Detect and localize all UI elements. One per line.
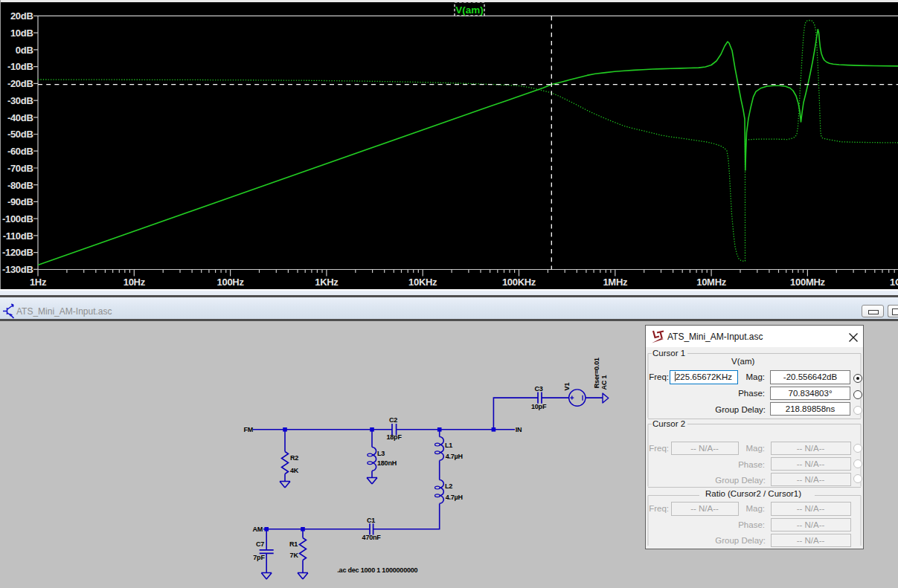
svg-text:-80dB: -80dB (7, 180, 33, 191)
svg-text:20dB: 20dB (10, 10, 33, 22)
svg-text:180nH: 180nH (377, 459, 397, 467)
svg-text:10pF: 10pF (531, 403, 547, 410)
svg-text:4K: 4K (290, 467, 299, 474)
svg-text:100MHz: 100MHz (790, 277, 825, 288)
svg-text:10dB: 10dB (10, 28, 33, 39)
svg-text:AM: AM (252, 526, 263, 533)
svg-text:-100dB: -100dB (2, 213, 33, 224)
svg-text:7pF: 7pF (253, 554, 265, 561)
svg-text:-60dB: -60dB (7, 146, 33, 157)
svg-text:4.7µH: 4.7µH (446, 494, 463, 501)
svg-text:-40dB: -40dB (7, 112, 33, 123)
svg-text:1MHz: 1MHz (603, 277, 628, 288)
svg-text:1GHz: 1GHz (890, 277, 898, 288)
svg-text:AC 1: AC 1 (600, 375, 608, 390)
svg-text:L1: L1 (445, 442, 452, 449)
svg-text:-120dB: -120dB (2, 247, 33, 258)
svg-text:-10dB: -10dB (7, 61, 33, 72)
svg-text:FM: FM (243, 426, 253, 433)
svg-text:18pF: 18pF (387, 433, 403, 441)
svg-text:-110dB: -110dB (3, 230, 33, 242)
svg-text:-90dB: -90dB (7, 196, 33, 207)
svg-text:100Hz: 100Hz (217, 277, 245, 288)
svg-text:4.7µH: 4.7µH (446, 453, 463, 460)
svg-text:470nF: 470nF (362, 534, 382, 541)
svg-text:.ac dec 1000 1 1000000000: .ac dec 1000 1 1000000000 (337, 566, 417, 574)
svg-text:1Hz: 1Hz (30, 277, 47, 288)
svg-text:10Hz: 10Hz (124, 277, 146, 288)
svg-text:7K: 7K (290, 552, 299, 559)
svg-text:L2: L2 (445, 482, 452, 490)
svg-text:R1: R1 (289, 540, 298, 548)
svg-text:0dB: 0dB (16, 45, 33, 56)
svg-text:-20dB: -20dB (7, 78, 33, 89)
svg-text:IN: IN (516, 426, 522, 433)
svg-text:-70dB: -70dB (7, 163, 33, 174)
svg-text:R2: R2 (290, 454, 298, 462)
svg-text:V1: V1 (563, 383, 571, 391)
svg-text:10MHz: 10MHz (696, 277, 726, 288)
svg-text:L3: L3 (377, 450, 385, 457)
svg-text:-50dB: -50dB (7, 129, 33, 140)
svg-text:C2: C2 (389, 416, 397, 424)
svg-text:10KHz: 10KHz (408, 277, 437, 288)
svg-text:100KHz: 100KHz (502, 277, 536, 288)
svg-text:-30dB: -30dB (7, 95, 33, 106)
svg-text:1KHz: 1KHz (315, 277, 339, 288)
svg-text:C3: C3 (535, 385, 543, 392)
svg-text:C1: C1 (367, 517, 375, 524)
svg-text:C7: C7 (256, 540, 264, 548)
svg-text:Rser=0.01: Rser=0.01 (593, 358, 600, 388)
svg-text:V(am): V(am) (455, 4, 484, 16)
svg-text:-130dB: -130dB (2, 264, 33, 275)
